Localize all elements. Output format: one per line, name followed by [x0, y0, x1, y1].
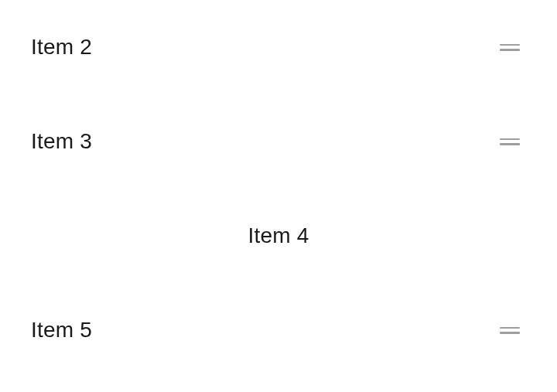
list-item-label: Item 2: [31, 35, 92, 60]
reorderable-list: Item 2 Item 3 Item 4 Item 5: [0, 0, 557, 377]
list-item-label: Item 4: [248, 223, 309, 248]
drag-handle-icon[interactable]: [492, 36, 528, 59]
list-item-label: Item 5: [31, 318, 92, 343]
drag-handle-icon[interactable]: [492, 131, 528, 153]
list-item[interactable]: Item 2: [0, 0, 557, 94]
drag-handle-icon[interactable]: [492, 319, 528, 342]
list-item-dragging[interactable]: Item 4: [0, 189, 557, 283]
list-item[interactable]: Item 3: [0, 94, 557, 189]
list-item-label: Item 3: [31, 129, 92, 154]
list-item[interactable]: Item 5: [0, 283, 557, 377]
